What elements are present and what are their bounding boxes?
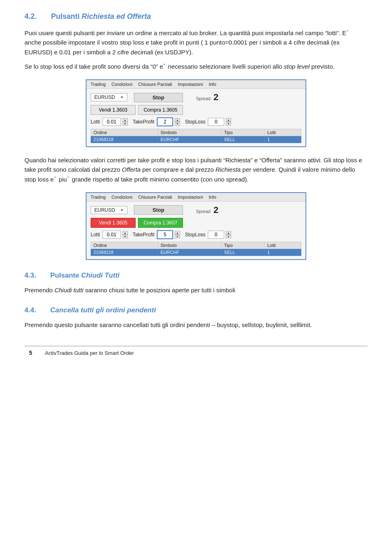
section-4-3-title: 4.3. Pulsante Chiudi Tutti: [24, 271, 368, 280]
section-4-4-title: 4.4. Cancella tutti gli ordini pendenti: [24, 306, 368, 314]
para4-italic: Chiudi tutti: [54, 287, 83, 294]
widget1-lotti-input-group: ▲▼: [102, 118, 128, 126]
w2-menu-chiusure[interactable]: Chiusure Parziali: [136, 194, 174, 200]
menu-condizioni[interactable]: Condizioni: [110, 81, 134, 87]
w2-col-ordine: Ordine: [91, 242, 158, 249]
para4: Premendo Chiudi tutti saranno chiusi tut…: [24, 285, 368, 295]
widget1-row2: Vendi 1.3603 Compra 1.3605: [91, 105, 301, 115]
widget2-row1: EURUSD ▼ Stop Spread 2: [91, 205, 301, 215]
section-number: 4.2.: [24, 12, 37, 20]
widget2-takeprofit-spin[interactable]: ▲▼: [175, 231, 180, 238]
page-content: 4.2. Pulsanti Richiesta ed Offerta Puoi …: [0, 0, 392, 381]
menu-chiusure[interactable]: Chiusure Parziali: [136, 81, 174, 87]
widget2-lotti-spin[interactable]: ▲▼: [122, 231, 128, 238]
widget1-stoploss-spin[interactable]: ▲▼: [226, 118, 231, 126]
w2-cell-simbolo: EURCHF: [158, 249, 222, 256]
section-4-3-italic: Chiudi Tutti: [81, 271, 120, 279]
col-simbolo: Simbolo: [158, 129, 222, 136]
widget1-takeprofit-input[interactable]: [157, 117, 173, 126]
widget2-sell-button[interactable]: Vendi 1.3605: [91, 218, 136, 228]
widget1-symbol[interactable]: EURUSD ▼: [91, 93, 127, 101]
widget1-spread-area: Spread 2: [189, 92, 218, 103]
widget1-stop-button[interactable]: Stop: [134, 93, 183, 102]
footer: 5 ActivTrades Guida per lo Smart Order: [24, 346, 368, 356]
widget1-takeprofit-label: TakeProfit: [133, 119, 154, 125]
w2-menu-trading[interactable]: Trading: [89, 194, 107, 200]
w2-spread-label: Spread: [196, 209, 210, 214]
widget2-row3: Lotti ▲▼ TakeProfit ▲▼ StopLoss ▲▼: [91, 230, 301, 239]
col-ordine: Ordine: [91, 129, 158, 136]
widget2-stoploss-spin[interactable]: ▲▼: [226, 231, 231, 238]
widget1-buy-button[interactable]: Compra 1.3605: [138, 105, 183, 115]
widget2-table: Ordine Simbolo Tipo Lotti 21068218 EURCH…: [91, 242, 301, 256]
w2-col-simbolo: Simbolo: [158, 242, 222, 249]
w2-col-tipo: Tipo: [221, 242, 265, 249]
widget1: Trading Condizioni Chiusure Parziali Imp…: [86, 79, 306, 147]
widget1-stoploss-label: StopLoss: [185, 119, 205, 125]
widget1-table-header-row: Ordine Simbolo Tipo Lotti: [91, 129, 301, 136]
w2-symbol-text: EURUSD: [94, 207, 115, 213]
symbol-dropdown-arrow: ▼: [120, 95, 124, 99]
widget1-row1: EURUSD ▼ Stop Spread 2: [91, 92, 301, 103]
widget1-stoploss-input-group: ▲▼: [208, 118, 231, 126]
section-title-italic: Richiesta ed Offerta: [82, 12, 151, 20]
widget1-lotti-input[interactable]: [102, 118, 121, 126]
widget2-buy-button[interactable]: Compra 1.3607: [138, 218, 183, 228]
w2-cell-tipo: SELL: [221, 249, 265, 256]
w2-spread-value: 2: [214, 205, 218, 215]
cell-tipo: SELL: [221, 136, 265, 143]
widget2-menubar: Trading Condizioni Chiusure Parziali Imp…: [87, 193, 305, 202]
widget2-stop-button[interactable]: Stop: [134, 205, 183, 215]
symbol-text: EURUSD: [94, 94, 115, 100]
para2-end: previsto.: [310, 63, 334, 70]
section-4-2-title: 4.2. Pulsanti Richiesta ed Offerta: [24, 12, 368, 21]
menu-trading[interactable]: Trading: [89, 81, 107, 87]
widget2-lotti-input[interactable]: [102, 231, 121, 239]
col-lotti: Lotti: [265, 129, 301, 136]
widget1-menubar: Trading Condizioni Chiusure Parziali Imp…: [87, 80, 305, 89]
widget1-stoploss-input[interactable]: [208, 118, 224, 126]
widget2-takeprofit-label: TakeProfit: [133, 232, 154, 238]
w2-symbol-dropdown-arrow: ▼: [120, 208, 124, 212]
widget1-row3: Lotti ▲▼ TakeProfit ▲▼ StopLoss ▲▼: [91, 117, 301, 126]
footer-text: ActivTrades Guida per lo Smart Order: [45, 350, 134, 356]
spread-value: 2: [214, 92, 218, 102]
menu-impostazioni[interactable]: Impostazioni: [176, 81, 205, 87]
para4-end: saranno chiusi tutte le posizioni aperte…: [83, 287, 235, 294]
w2-cell-lotti: 1: [265, 249, 301, 256]
widget2-takeprofit-input[interactable]: [157, 230, 173, 239]
widget1-takeprofit-spin[interactable]: ▲▼: [175, 118, 180, 126]
w2-menu-info[interactable]: Info: [207, 194, 218, 200]
para3: Quando hai selezionato valori corretti p…: [24, 155, 368, 184]
w2-menu-impostazioni[interactable]: Impostazioni: [176, 194, 205, 200]
widget1-table: Ordine Simbolo Tipo Lotti 21068218 EURCH…: [91, 129, 301, 143]
footer-page-number: 5: [24, 350, 37, 356]
widget1-lotti-spin[interactable]: ▲▼: [122, 118, 128, 126]
widget2-spread-area: Spread 2: [189, 205, 218, 215]
section-4-4-italic: Cancella tutti gli ordini pendenti: [50, 306, 156, 314]
w2-menu-condizioni[interactable]: Condizioni: [110, 194, 134, 200]
widget2-stoploss-input[interactable]: [208, 231, 224, 239]
col-tipo: Tipo: [221, 129, 265, 136]
widget1-table-row: 21068218 EURCHF SELL 1: [91, 136, 301, 143]
menu-info[interactable]: Info: [207, 81, 218, 87]
widget2-body: EURUSD ▼ Stop Spread 2 Vendi 1.3605 Comp…: [87, 202, 305, 259]
widget1-sell-button[interactable]: Vendi 1.3603: [91, 105, 136, 115]
para3-mid: per comprare e dal prezzo: [140, 166, 215, 173]
widget2: Trading Condizioni Chiusure Parziali Imp…: [86, 192, 306, 260]
widget2-takeprofit-input-group: ▲▼: [157, 230, 180, 239]
section-title-plain: Pulsanti: [51, 12, 82, 20]
para2: Se lo stop loss ed il take profit sono d…: [24, 62, 368, 71]
section-4-3-plain: Pulsante: [50, 271, 81, 279]
widget2-row2: Vendi 1.3605 Compra 1.3607: [91, 218, 301, 228]
widget2-symbol[interactable]: EURUSD ▼: [91, 206, 127, 214]
para3-italic: Offerta: [122, 166, 140, 173]
section-4-4-number: 4.4.: [24, 306, 36, 314]
para2-text: Se lo stop loss ed il take profit sono d…: [24, 63, 284, 70]
widget2-table-row: 21068218 EURCHF SELL 1: [91, 249, 301, 256]
widget2-stoploss-input-group: ▲▼: [208, 231, 231, 239]
cell-ordine: 21068218: [91, 136, 158, 143]
widget1-body: EURUSD ▼ Stop Spread 2 Vendi 1.3603 Comp…: [87, 89, 305, 146]
para3-italic2: Richiesta: [216, 166, 241, 173]
para4-pre: Premendo: [24, 287, 54, 294]
